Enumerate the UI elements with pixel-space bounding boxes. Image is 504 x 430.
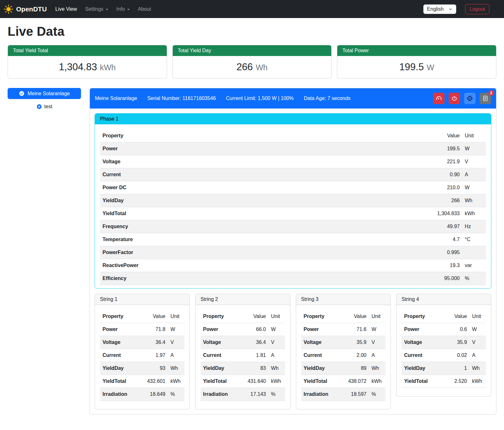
column-header-unit: Unit <box>462 129 486 142</box>
value-cell: 221.9 <box>394 155 462 168</box>
page-title: Live Data <box>8 24 496 39</box>
nav-info[interactable]: Info <box>112 4 134 15</box>
phase-title: Phase 1 <box>95 114 491 124</box>
unit-cell: Wh <box>369 362 385 375</box>
strings-row: String 1PropertyValueUnitPower71.8WVolta… <box>95 294 491 409</box>
limit-settings-button[interactable] <box>433 93 445 104</box>
brand-label: OpenDTU <box>16 5 47 13</box>
table-row: YieldDay89Wh <box>301 362 386 375</box>
table-row: Efficiency95.000% <box>100 272 486 285</box>
property-cell: Power <box>100 323 143 336</box>
summary-value: 1,304.83 <box>59 61 97 72</box>
property-cell: Power <box>201 323 244 336</box>
logout-button[interactable]: Logout <box>465 4 489 14</box>
nav-about[interactable]: About <box>134 4 155 15</box>
property-cell: YieldDay <box>301 362 345 375</box>
table-row: Irradiation18.649% <box>100 388 184 401</box>
property-cell: Current <box>201 349 244 362</box>
property-cell: PowerFactor <box>100 246 394 259</box>
device-info-button[interactable] <box>464 93 476 104</box>
power-icon <box>451 95 457 102</box>
table-row: Power71.6W <box>301 323 386 336</box>
inverter-current-limit: Current Limit: 1,500 W | 100% <box>226 96 294 101</box>
power-button[interactable] <box>449 93 460 104</box>
property-cell: Current <box>401 349 445 362</box>
unit-cell: V <box>269 336 285 349</box>
unit-cell: kWh <box>462 207 486 220</box>
value-cell: 0.02 <box>445 349 470 362</box>
summary-card-total-yield-total: Total Yield Total 1,304.83kWh <box>8 45 167 78</box>
table-row: YieldDay93Wh <box>100 362 184 375</box>
property-cell: Voltage <box>201 336 244 349</box>
table-row: Voltage221.9V <box>100 155 486 168</box>
unit-cell: A <box>462 168 486 181</box>
table-row: Power71.8W <box>100 323 184 336</box>
property-cell: Irradiation <box>100 388 143 401</box>
string-card-3: String 3PropertyValueUnitPower71.6WVolta… <box>296 294 391 409</box>
value-cell: 1.97 <box>143 349 168 362</box>
value-cell: 18.597 <box>344 388 369 401</box>
inverter-data-age: Data Age: 7 seconds <box>304 96 351 101</box>
unit-cell: % <box>369 388 385 401</box>
string-card-title: String 1 <box>95 294 190 305</box>
column-header-unit: Unit <box>269 310 285 323</box>
unit-cell: W <box>470 323 486 336</box>
table-row: Irradiation17.143% <box>201 388 285 401</box>
unit-cell: V <box>462 155 486 168</box>
value-cell: 89 <box>344 362 369 375</box>
nav-live-view[interactable]: Live View <box>51 4 81 15</box>
table-row: Frequency49.97Hz <box>100 220 486 233</box>
navbar-right: English Logout <box>423 4 500 14</box>
unit-cell: Hz <box>462 220 486 233</box>
table-row: Power66.0W <box>201 323 285 336</box>
unit-cell: % <box>462 272 486 285</box>
value-cell: 2.00 <box>344 349 369 362</box>
top-navbar: OpenDTU Live View Settings Info About En… <box>0 0 504 18</box>
unit-cell: kWh <box>369 375 385 388</box>
event-count-badge: 2 <box>488 90 494 96</box>
unit-cell: var <box>462 259 486 272</box>
table-row: YieldTotal438.072kWh <box>301 375 386 388</box>
value-cell: 36.4 <box>244 336 269 349</box>
value-cell: 0.90 <box>394 168 462 181</box>
string-table: PropertyValueUnitPower71.8WVoltage36.4VC… <box>100 310 184 401</box>
event-log-button[interactable]: 2 <box>480 93 491 104</box>
inverter-panel-body: Phase 1 Property Value Unit Power199.5WV… <box>90 109 496 414</box>
value-cell: 18.649 <box>143 388 168 401</box>
inverter-select-test[interactable]: test <box>8 104 81 109</box>
column-header-value: Value <box>244 310 269 323</box>
main-nav: Live View Settings Info About <box>51 4 155 15</box>
inverter-action-buttons: 2 <box>433 93 491 104</box>
inverter-label: test <box>44 104 53 109</box>
column-header-unit: Unit <box>369 310 385 323</box>
string-card-1: String 1PropertyValueUnitPower71.8WVolta… <box>95 294 190 409</box>
check-circle-icon <box>19 90 25 97</box>
table-row: Voltage36.4V <box>201 336 285 349</box>
column-header-property: Property <box>201 310 244 323</box>
table-row: YieldTotal2.520kWh <box>401 375 486 388</box>
value-cell: 19.3 <box>394 259 462 272</box>
inverter-select-meine-solaranlage[interactable]: Meine Solaranlage <box>8 88 81 99</box>
unit-cell: % <box>168 388 184 401</box>
nav-settings[interactable]: Settings <box>81 4 112 15</box>
string-card-4: String 4PropertyValueUnitPower0.6WVoltag… <box>396 294 491 396</box>
property-cell: YieldDay <box>100 194 394 207</box>
table-row: Current2.00A <box>301 349 386 362</box>
unit-cell: A <box>168 349 184 362</box>
value-cell: 1 <box>445 362 470 375</box>
x-circle-icon <box>36 104 42 109</box>
property-cell: Voltage <box>401 336 445 349</box>
value-cell: 266 <box>394 194 462 207</box>
column-header-property: Property <box>100 129 394 142</box>
summary-card-total-yield-day: Total Yield Day 266Wh <box>172 45 332 78</box>
summary-unit: W <box>427 63 434 72</box>
value-cell: 71.6 <box>344 323 369 336</box>
value-cell: 0.995 <box>394 246 462 259</box>
sun-icon <box>4 4 13 14</box>
language-select[interactable]: English <box>423 4 456 14</box>
table-row: YieldTotal1,304.833kWh <box>100 207 486 220</box>
value-cell: 210.0 <box>394 181 462 194</box>
brand[interactable]: OpenDTU <box>4 4 47 14</box>
value-cell: 83 <box>244 362 269 375</box>
summary-card-title: Total Yield Total <box>8 45 167 56</box>
